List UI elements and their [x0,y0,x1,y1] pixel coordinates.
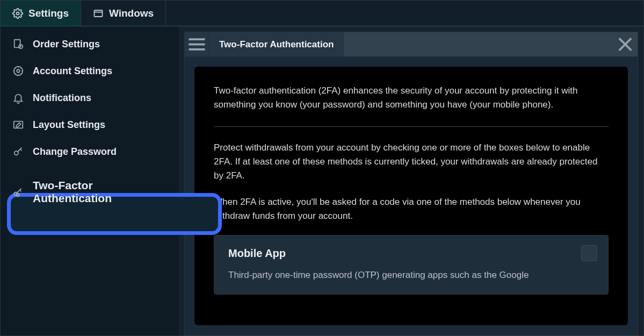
method-card-desc: Third-party one-time password (OTP) gene… [228,268,594,282]
svg-point-8 [15,151,18,155]
panel-spacer [344,32,613,56]
sidebar-item-order-settings[interactable]: Order Settings [1,31,179,58]
method-card-title: Mobile App [228,247,594,260]
sidebar-item-label: Layout Settings [33,119,105,131]
content-card: Two-factor authentication (2FA) enhances… [194,67,628,325]
sidebar-item-layout-settings[interactable]: Layout Settings [1,111,179,138]
svg-rect-1 [94,10,102,17]
protect-text: Protect withdrawals from your account by… [214,141,609,183]
main-area: Two-Factor Authentication Two-factor aut… [179,26,643,335]
panel-title: Two-Factor Authentication [209,32,344,56]
app-window: Settings Windows [0,0,644,336]
sidebar-item-change-password[interactable]: Change Password [1,138,179,165]
sidebar-item-account-settings[interactable]: Account Settings [1,58,179,84]
divider [214,126,609,127]
sidebar-item-label: Change Password [33,146,117,158]
window-icon [93,8,104,19]
sidebar-item-label: Order Settings [33,39,100,50]
bell-icon [12,92,24,104]
body: Order Settings Account Settings [1,26,643,335]
panel-body: Two-factor authentication (2FA) enhances… [185,57,638,335]
tab-windows[interactable]: Windows [81,1,166,26]
when-active-text: When 2FA is active, you'll be asked for … [214,195,609,224]
gear-icon [12,8,23,19]
panel-close-button[interactable] [613,32,638,56]
tab-label: Windows [109,8,154,19]
method-card-mobile-app: Mobile App Third-party one-time password… [214,235,609,295]
tab-label: Settings [28,8,69,19]
sidebar-item-label: Account Settings [33,66,112,77]
tab-settings[interactable]: Settings [1,1,81,26]
intro-text: Two-factor authentication (2FA) enhances… [214,84,609,112]
svg-point-0 [17,12,19,15]
svg-rect-3 [15,40,20,48]
sidebar-item-notifications[interactable]: Notifications [1,84,179,111]
panel-menu-button[interactable] [185,32,209,56]
sidebar-item-label: Two-Factor Authentication [33,179,167,205]
sidebar-item-label: Notifications [33,92,91,104]
content-panel: Two-Factor Authentication Two-factor aut… [184,32,638,335]
top-tabbar: Settings Windows [1,1,643,26]
mobile-app-checkbox[interactable] [581,245,597,261]
order-settings-icon [12,38,24,50]
panel-header: Two-Factor Authentication [185,32,638,57]
key-icon [12,146,24,158]
layout-icon [12,119,24,131]
settings-sidebar: Order Settings Account Settings [1,26,179,335]
keys-icon [12,186,24,198]
sidebar-item-two-factor-auth[interactable]: Two-Factor Authentication [1,165,179,219]
svg-point-5 [17,69,20,73]
cog-icon [12,65,24,77]
